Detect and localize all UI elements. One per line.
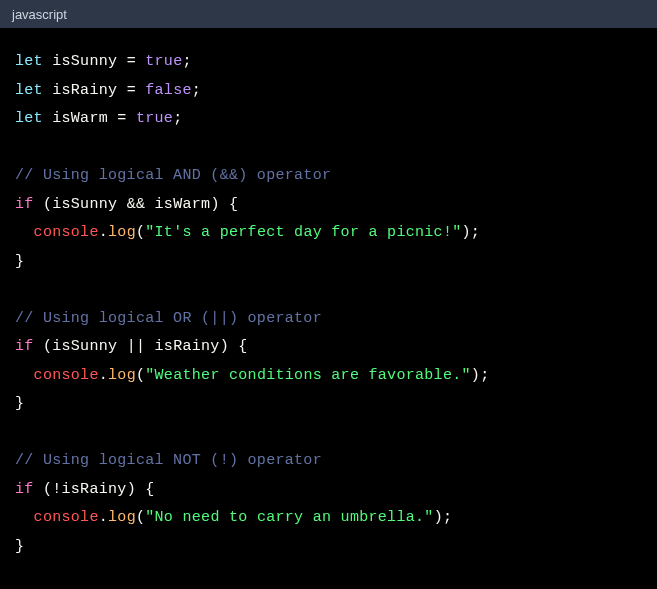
code-line: if (isSunny && isWarm) { [15, 191, 642, 220]
code-token: if [15, 338, 34, 355]
code-token [15, 367, 34, 384]
code-token: log [108, 367, 136, 384]
code-token: isRainy [62, 481, 127, 498]
code-token: = [117, 53, 145, 70]
code-token: // Using logical NOT (!) operator [15, 452, 322, 469]
code-token: true [136, 110, 173, 127]
code-token: = [108, 110, 136, 127]
code-token: ; [173, 110, 182, 127]
code-token: ( [136, 509, 145, 526]
code-token: ); [462, 224, 481, 241]
code-token: console [34, 224, 99, 241]
code-token: let [15, 82, 52, 99]
code-token: log [108, 224, 136, 241]
code-line: console.log("It's a perfect day for a pi… [15, 219, 642, 248]
code-line: let isWarm = true; [15, 105, 642, 134]
code-token: ) { [220, 338, 248, 355]
code-line: console.log("Weather conditions are favo… [15, 362, 642, 391]
code-token: "It's a perfect day for a picnic!" [145, 224, 461, 241]
code-line: let isRainy = false; [15, 77, 642, 106]
code-token: isSunny [52, 338, 117, 355]
code-token: ); [434, 509, 453, 526]
code-token: true [145, 53, 182, 70]
code-line: } [15, 248, 642, 277]
code-token: ) { [127, 481, 155, 498]
language-header: javascript [0, 0, 657, 28]
code-token: && [117, 196, 154, 213]
code-token: console [34, 367, 99, 384]
code-token: (! [34, 481, 62, 498]
code-token: ; [192, 82, 201, 99]
code-token: let [15, 53, 52, 70]
code-token: if [15, 196, 34, 213]
code-block: let isSunny = true;let isRainy = false;l… [0, 28, 657, 581]
code-line: } [15, 390, 642, 419]
code-line: // Using logical NOT (!) operator [15, 447, 642, 476]
code-line: let isSunny = true; [15, 48, 642, 77]
code-line [15, 276, 642, 305]
code-token: isWarm [52, 110, 108, 127]
code-token: console [34, 509, 99, 526]
code-line [15, 134, 642, 163]
code-token: let [15, 110, 52, 127]
code-line: // Using logical OR (||) operator [15, 305, 642, 334]
code-token: // Using logical OR (||) operator [15, 310, 322, 327]
code-token: } [15, 395, 24, 412]
code-token: } [15, 538, 24, 555]
code-line: // Using logical AND (&&) operator [15, 162, 642, 191]
code-token: isSunny [52, 53, 117, 70]
code-line: } [15, 533, 642, 562]
code-token: ; [182, 53, 191, 70]
code-token: ) { [210, 196, 238, 213]
code-token: . [99, 367, 108, 384]
code-token: ( [136, 224, 145, 241]
code-token: isSunny [52, 196, 117, 213]
code-token: isRainy [52, 82, 117, 99]
code-token [15, 509, 34, 526]
code-token: isWarm [155, 196, 211, 213]
code-token: } [15, 253, 24, 270]
code-token: = [117, 82, 145, 99]
code-line: if (!isRainy) { [15, 476, 642, 505]
code-token: false [145, 82, 192, 99]
code-token: log [108, 509, 136, 526]
code-line [15, 419, 642, 448]
code-token: || [117, 338, 154, 355]
code-token: isRainy [155, 338, 220, 355]
code-token: "No need to carry an umbrella." [145, 509, 433, 526]
code-token [15, 224, 34, 241]
code-token: ( [34, 338, 53, 355]
code-token: ( [136, 367, 145, 384]
code-token: ( [34, 196, 53, 213]
code-line: console.log("No need to carry an umbrell… [15, 504, 642, 533]
code-token: . [99, 224, 108, 241]
code-line: if (isSunny || isRainy) { [15, 333, 642, 362]
code-token: . [99, 509, 108, 526]
code-token: if [15, 481, 34, 498]
code-token: ); [471, 367, 490, 384]
code-token: "Weather conditions are favorable." [145, 367, 471, 384]
code-token: // Using logical AND (&&) operator [15, 167, 331, 184]
language-label: javascript [12, 7, 67, 22]
